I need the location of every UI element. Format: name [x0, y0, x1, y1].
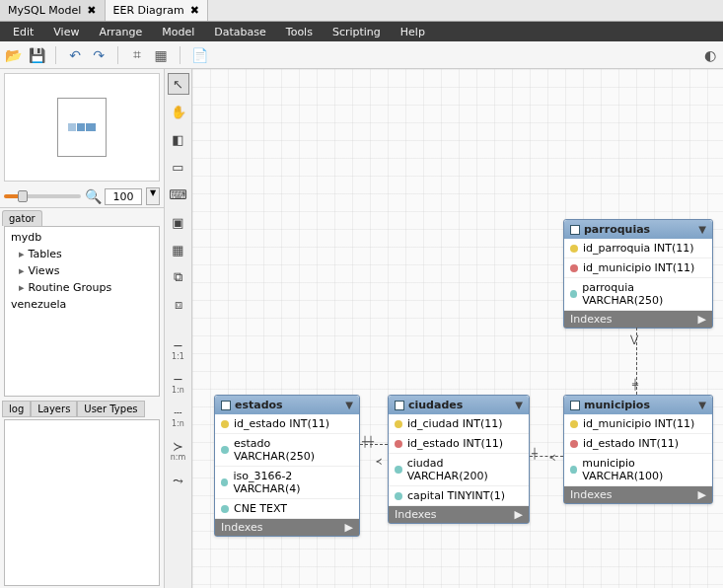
rel-1-1-tool-icon[interactable]: ─1:1	[168, 335, 189, 363]
rel-1-n-tool-icon[interactable]: ─1:n	[168, 369, 189, 397]
table-tool-icon[interactable]: ▦	[168, 239, 189, 260]
indexes-section[interactable]: Indexes▶	[215, 519, 359, 536]
column-row[interactable]: id_municipio INT(11)	[564, 414, 712, 434]
table-header[interactable]: municipios ▼	[564, 396, 712, 414]
diagram-preview[interactable]	[4, 73, 160, 182]
column-row[interactable]: id_parroquia INT(11)	[564, 239, 712, 258]
collapse-icon[interactable]: ▼	[698, 400, 706, 410]
rel-marker: ┼┼	[362, 436, 374, 447]
indexes-section[interactable]: Indexes▶	[389, 506, 529, 523]
zoom-slider[interactable]	[4, 194, 81, 198]
tab-eer-diagram[interactable]: EER Diagram ✖	[106, 0, 209, 21]
diagram-canvas[interactable]: estados ▼ id_estado INT(11) estado VARCH…	[192, 69, 723, 588]
rel-marker: ╪	[632, 379, 638, 390]
menu-model[interactable]: Model	[152, 24, 204, 40]
column-row[interactable]: municipio VARCHAR(100)	[564, 454, 712, 486]
pointer-tool-icon[interactable]: ↖	[168, 73, 189, 95]
table-header[interactable]: estados ▼	[215, 396, 359, 414]
close-icon[interactable]: ✖	[87, 4, 96, 17]
rel-marker: ┼	[532, 448, 538, 459]
menu-tools[interactable]: Tools	[276, 24, 323, 40]
collapse-icon[interactable]: ▼	[698, 224, 706, 235]
text-tool-icon[interactable]: ⌨	[168, 184, 189, 205]
indexes-section[interactable]: Indexes▶	[564, 486, 712, 503]
view-tool-icon[interactable]: ⧉	[168, 266, 189, 288]
navigator-tab[interactable]: gator	[2, 210, 42, 226]
collapse-icon[interactable]: ▼	[345, 400, 353, 410]
tab-user-types[interactable]: User Types	[77, 401, 144, 417]
separator	[55, 46, 56, 64]
table-icon	[570, 401, 580, 410]
catalog-tree[interactable]: mydb ▸Tables ▸Views ▸Routine Groups vene…	[4, 226, 160, 397]
undo-icon[interactable]: ↶	[66, 46, 84, 64]
table-estados[interactable]: estados ▼ id_estado INT(11) estado VARCH…	[214, 395, 360, 537]
tree-routine-groups[interactable]: ▸Routine Groups	[7, 279, 157, 296]
menu-help[interactable]: Help	[391, 24, 435, 40]
hand-tool-icon[interactable]: ✋	[168, 101, 189, 122]
column-row[interactable]: id_estado INT(11)	[215, 414, 359, 434]
rel-n-m-tool-icon[interactable]: ≻n:m	[168, 436, 189, 464]
tree-schema-mydb[interactable]: mydb	[7, 229, 157, 246]
slider-thumb[interactable]	[18, 190, 28, 202]
column-icon	[395, 492, 402, 500]
column-row[interactable]: iso_3166-2 VARCHAR(4)	[215, 467, 359, 499]
magnify-icon[interactable]: 🔍	[85, 188, 101, 204]
column-row[interactable]: id_estado INT(11)	[564, 434, 712, 454]
save-icon[interactable]: 💾	[28, 46, 45, 64]
table-municipios[interactable]: municipios ▼ id_municipio INT(11) id_est…	[563, 395, 713, 504]
column-row[interactable]: id_estado INT(11)	[389, 434, 529, 454]
menu-arrange[interactable]: Arrange	[89, 24, 152, 40]
rel-1-n-id-tool-icon[interactable]: ┄1:n	[168, 403, 189, 430]
table-header[interactable]: ciudades ▼	[389, 396, 529, 414]
expand-icon: ▶	[515, 508, 523, 521]
column-row[interactable]: parroquia VARCHAR(250)	[564, 278, 712, 311]
column-row[interactable]: capital TINYINT(1)	[389, 486, 529, 506]
rel-marker: ≺	[376, 456, 382, 467]
snap-icon[interactable]: ▦	[152, 46, 170, 64]
tree-schema-venezuela[interactable]: venezuela	[7, 296, 157, 313]
tree-tables[interactable]: ▸Tables	[7, 246, 157, 262]
table-ciudades[interactable]: ciudades ▼ id_ciudad INT(11) id_estado I…	[388, 395, 530, 524]
fk-icon	[395, 440, 402, 448]
rel-marker: ⋁	[630, 333, 638, 344]
tab-log[interactable]: log	[2, 401, 31, 417]
indexes-section[interactable]: Indexes▶	[564, 311, 712, 328]
rel-place-tool-icon[interactable]: ⤳	[168, 470, 189, 491]
image-tool-icon[interactable]: ▣	[168, 211, 189, 233]
menu-scripting[interactable]: Scripting	[323, 24, 391, 40]
column-row[interactable]: estado VARCHAR(250)	[215, 434, 359, 467]
column-row[interactable]: id_ciudad INT(11)	[389, 414, 529, 434]
close-icon[interactable]: ✖	[190, 4, 199, 17]
table-icon	[395, 401, 404, 410]
open-icon[interactable]: 📂	[4, 46, 22, 64]
pk-icon	[221, 420, 229, 428]
zoom-value[interactable]: 100	[105, 188, 142, 205]
search-icon[interactable]: ◐	[701, 46, 719, 64]
expand-icon: ▶	[698, 313, 706, 326]
tree-views[interactable]: ▸Views	[7, 262, 157, 279]
routine-group-tool-icon[interactable]: ⧈	[168, 294, 189, 316]
menu-view[interactable]: View	[43, 24, 89, 40]
redo-icon[interactable]: ↷	[90, 46, 108, 64]
grid-icon[interactable]: ⌗	[128, 46, 146, 64]
document-tabs: MySQL Model ✖ EER Diagram ✖	[0, 0, 723, 22]
pk-icon	[570, 245, 578, 253]
collapse-icon[interactable]: ▼	[515, 400, 523, 410]
menu-edit[interactable]: Edit	[3, 24, 43, 40]
tool-palette: ↖ ✋ ◧ ▭ ⌨ ▣ ▦ ⧉ ⧈ ─1:1 ─1:n ┄1:n ≻n:m ⤳	[165, 69, 192, 588]
eraser-tool-icon[interactable]: ◧	[168, 128, 189, 150]
table-parroquias[interactable]: parroquias ▼ id_parroquia INT(11) id_mun…	[563, 219, 713, 329]
tab-layers[interactable]: Layers	[31, 401, 77, 417]
column-icon	[221, 505, 229, 513]
column-row[interactable]: id_municipio INT(11)	[564, 258, 712, 278]
layer-tool-icon[interactable]: ▭	[168, 156, 189, 178]
new-object-icon[interactable]: 📄	[190, 46, 208, 64]
column-row[interactable]: CNE TEXT	[215, 499, 359, 519]
fk-icon	[570, 440, 578, 448]
zoom-dropdown[interactable]: ▼	[146, 187, 160, 205]
column-icon	[221, 478, 228, 486]
menu-database[interactable]: Database	[204, 24, 276, 40]
column-row[interactable]: ciudad VARCHAR(200)	[389, 454, 529, 486]
table-header[interactable]: parroquias ▼	[564, 220, 712, 239]
tab-mysql-model[interactable]: MySQL Model ✖	[0, 0, 106, 21]
